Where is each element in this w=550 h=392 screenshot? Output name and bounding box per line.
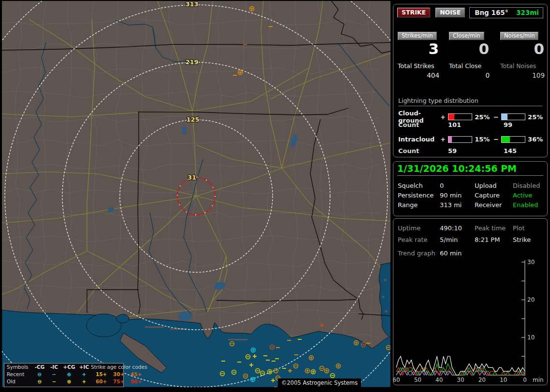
- legend-row-recent: Recent: [7, 371, 32, 378]
- legend-symbols-header: Symbols: [7, 364, 32, 371]
- plus-icon: +: [77, 371, 91, 378]
- uptime-label: Uptime: [398, 224, 420, 232]
- bearing-display: Bng 165° 323mi: [469, 7, 543, 18]
- cloud-ground-row: Cloud-ground + 25% − 25%: [398, 110, 544, 124]
- trend-series-intracloud-negative: [396, 364, 525, 375]
- intracloud-label: Intracloud: [398, 136, 438, 143]
- copyright-label: ©2005 Astrogenic Systems: [278, 378, 361, 388]
- ic-negative-count: 145: [504, 147, 517, 154]
- squelch-value: 0: [440, 182, 444, 189]
- total-noises-value: 109: [500, 71, 545, 79]
- minus-sign: −: [493, 113, 499, 121]
- trend-series-total: [396, 356, 525, 375]
- strike-button[interactable]: STRIKE: [397, 8, 430, 17]
- trend-panel: Uptime 490:10 Peak time Plot Peak rate 5…: [393, 218, 548, 385]
- total-strikes-label: Total Strikes: [398, 62, 439, 70]
- total-close-label: Total Close: [449, 62, 490, 70]
- svg-text:10: 10: [527, 334, 535, 341]
- plot-value: Strike: [513, 236, 531, 243]
- status-panel: 1/31/2026 10:24:56 PM Squelch 0 Upload D…: [393, 161, 548, 216]
- legend-col-nic: -IC: [47, 364, 61, 371]
- cg-positive-count: 101: [448, 121, 461, 128]
- svg-text:0: 0: [523, 377, 527, 383]
- persistence-label: Persistence: [398, 192, 434, 199]
- strikes-per-min-value: 3: [398, 40, 439, 57]
- total-noises-label: Total Noises: [500, 62, 545, 70]
- plus-icon: +: [77, 378, 91, 385]
- minus-sign: −: [493, 136, 499, 143]
- cg-positive-pct: 25%: [475, 113, 491, 121]
- peak-rate-value: 5/min: [440, 236, 458, 243]
- age-30: 30+: [113, 371, 130, 378]
- upload-label: Upload: [475, 182, 497, 189]
- count-label: Count: [398, 121, 419, 128]
- upload-state: Disabled: [513, 182, 540, 189]
- bearing-range: 323mi: [516, 9, 539, 16]
- svg-text:219: 219: [185, 58, 198, 66]
- range-value: 313 mi: [440, 201, 462, 209]
- plus-sign: +: [440, 136, 446, 143]
- circle-minus-icon: ⊖: [32, 378, 47, 385]
- noise-button[interactable]: NOISE: [435, 8, 465, 17]
- intracloud-row: Intracloud + 15% − 36%: [398, 136, 544, 143]
- svg-text:min: min: [533, 377, 544, 383]
- total-strikes-value: 404: [398, 71, 439, 79]
- circle-plus-icon: ⊕: [61, 378, 77, 385]
- distribution-title: Lightning type distribution: [398, 97, 542, 106]
- trend-graph-label: Trend graph: [398, 250, 435, 257]
- peak-time-value: 8:21 PM: [475, 236, 500, 243]
- receiver-state: Enabled: [513, 201, 538, 209]
- svg-text:40: 40: [435, 377, 443, 383]
- count-label: Count: [398, 147, 419, 154]
- noises-per-min-button[interactable]: Noises/min: [500, 32, 538, 40]
- circle-plus-icon: ⊕: [61, 371, 77, 378]
- counters-panel: STRIKE NOISE Bng 165° 323mi Strikes/min …: [393, 4, 548, 157]
- persistence-value: 90 min: [440, 192, 462, 199]
- map-legend: Symbols -CG -IC +CG +IC Strike age color…: [4, 363, 124, 387]
- capture-label: Capture: [475, 192, 500, 199]
- trend-graph: 3020106050403020100min: [393, 257, 547, 385]
- svg-text:125: 125: [186, 116, 199, 123]
- age-90: 90+: [130, 378, 148, 385]
- datetime-display: 1/31/2026 10:24:56 PM: [397, 163, 543, 176]
- svg-text:30: 30: [457, 377, 464, 383]
- noises-per-min-value: 0: [500, 40, 545, 57]
- close-per-min-value: 0: [449, 40, 490, 57]
- squelch-label: Squelch: [398, 182, 423, 189]
- uptime-value: 490:10: [440, 224, 462, 232]
- minus-icon: −: [47, 378, 61, 385]
- plot-label: Plot: [513, 224, 525, 232]
- svg-text:30: 30: [527, 259, 535, 266]
- svg-text:10: 10: [500, 377, 507, 383]
- total-close-value: 0: [449, 71, 490, 79]
- svg-text:50: 50: [414, 377, 421, 383]
- legend-col-pcg: +CG: [61, 364, 77, 371]
- circle-minus-icon: ⊖: [32, 371, 47, 378]
- strikes-per-min-button[interactable]: Strikes/min: [398, 32, 437, 40]
- peak-time-label: Peak time: [475, 224, 506, 232]
- peak-rate-label: Peak rate: [398, 236, 427, 243]
- ic-positive-bar: [448, 136, 472, 143]
- svg-text:20: 20: [478, 377, 486, 383]
- trend-graph-value: 60 min: [440, 250, 462, 257]
- cg-negative-bar: [501, 113, 525, 120]
- age-45: 45+: [130, 371, 148, 378]
- lightning-map[interactable]: 313 219 125 31 Symbols -CG -IC +CG +IC S…: [2, 1, 391, 387]
- close-per-min-button[interactable]: Close/min: [449, 32, 484, 40]
- svg-text:60: 60: [393, 377, 400, 383]
- cg-negative-count: 99: [504, 121, 512, 128]
- cg-negative-pct: 25%: [528, 113, 544, 121]
- range-label: Range: [398, 201, 418, 209]
- legend-col-pic: +IC: [77, 364, 91, 371]
- cg-positive-bar: [448, 113, 472, 120]
- age-15: 15+: [96, 371, 113, 378]
- bearing-label: Bng 165°: [475, 9, 508, 16]
- minus-icon: −: [47, 371, 61, 378]
- legend-col-ncg: -CG: [32, 364, 47, 371]
- legend-age-header: Strike age color codes: [91, 364, 148, 371]
- age-60: 60+: [96, 378, 113, 385]
- age-75: 75+: [113, 378, 130, 385]
- ic-negative-pct: 36%: [528, 136, 544, 143]
- map-canvas: 313 219 125 31: [2, 1, 391, 387]
- ic-positive-pct: 15%: [475, 136, 491, 143]
